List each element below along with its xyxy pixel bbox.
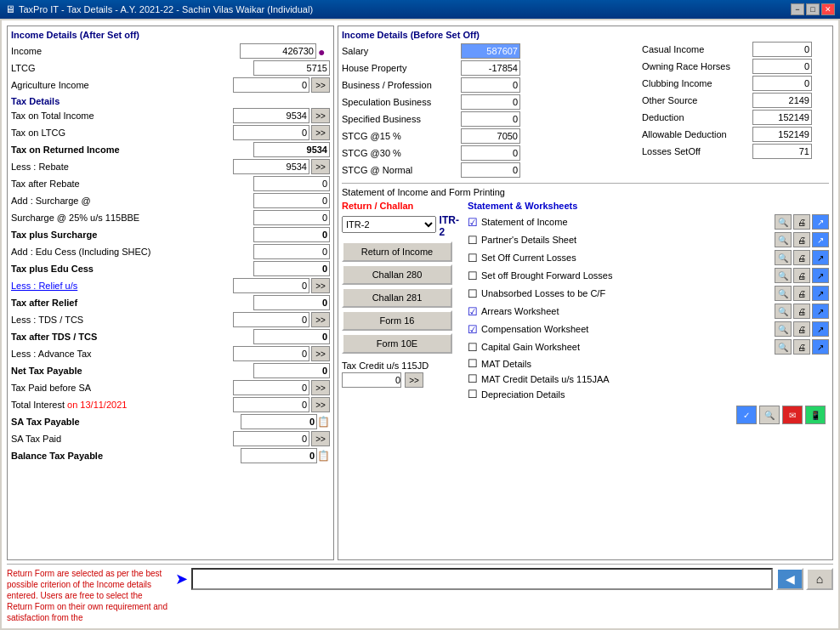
stcg-normal-input[interactable] xyxy=(461,162,520,178)
business-input[interactable] xyxy=(461,77,520,93)
tax-paid-sa-arrow-btn[interactable]: >> xyxy=(311,380,330,395)
race-horses-input[interactable] xyxy=(752,59,812,74)
casual-income-input[interactable] xyxy=(752,42,812,57)
minimize-button[interactable]: − xyxy=(791,3,804,15)
tds-arrow-btn[interactable]: >> xyxy=(311,312,330,327)
forward-arrow-icon[interactable]: ➤ xyxy=(175,570,188,588)
ws-mat-credit-label: MAT Credit Details u/s 115JAA xyxy=(481,374,829,384)
balance-tax-icon[interactable]: 📋 xyxy=(317,450,330,462)
ws-statement-income-view-btn[interactable]: 🔍 xyxy=(775,214,792,230)
maximize-button[interactable]: □ xyxy=(806,3,820,15)
tax-credit-arrow-btn[interactable]: >> xyxy=(405,372,423,388)
speculation-input[interactable] xyxy=(461,94,520,110)
ws-statement-income-print-btn[interactable]: 🖨 xyxy=(793,214,810,230)
ws-setoff-current-checkbox[interactable]: ☐ xyxy=(468,252,478,264)
ws-depreciation-checkbox[interactable]: ☐ xyxy=(468,388,478,400)
relief-input[interactable] xyxy=(233,278,309,293)
less-rebate-row: Less : Rebate >> xyxy=(11,159,330,174)
ws-brought-forward-view-btn[interactable]: 🔍 xyxy=(775,268,792,283)
ws-capital-gain-export-btn[interactable]: ↗ xyxy=(812,339,829,355)
less-rebate-arrow-btn[interactable]: >> xyxy=(311,159,330,174)
agriculture-arrow-button[interactable]: >> xyxy=(311,77,330,93)
ltcg-input[interactable] xyxy=(253,60,330,76)
tax-credit-input[interactable] xyxy=(342,372,401,388)
close-button[interactable]: ✕ xyxy=(821,3,835,15)
tds-input[interactable] xyxy=(233,312,309,327)
allowable-deduction-input[interactable] xyxy=(752,127,812,142)
ws-unabsorbed-view-btn[interactable]: 🔍 xyxy=(775,286,792,301)
less-rebate-input[interactable] xyxy=(233,159,309,174)
sa-tax-icon[interactable]: 📋 xyxy=(317,416,330,428)
total-interest-input[interactable] xyxy=(233,397,309,412)
ws-brought-forward-checkbox[interactable]: ☐ xyxy=(468,270,478,282)
back-navigation-button[interactable]: ◀ xyxy=(776,568,803,590)
ws-arrears-print-btn[interactable]: 🖨 xyxy=(793,304,810,319)
challan-280-button[interactable]: Challan 280 xyxy=(342,264,452,285)
ws-bottom-whatsapp-btn[interactable]: 📱 xyxy=(805,406,826,424)
ws-arrears-checkbox[interactable]: ☑ xyxy=(468,305,478,318)
deduction-input[interactable] xyxy=(752,110,812,125)
ws-statement-income-checkbox[interactable]: ☑ xyxy=(468,216,478,229)
ws-brought-forward-print-btn[interactable]: 🖨 xyxy=(793,268,810,283)
house-property-input[interactable] xyxy=(461,60,520,76)
salary-input[interactable] xyxy=(461,43,520,59)
income-input[interactable] xyxy=(240,43,316,59)
ws-partner-details-checkbox[interactable]: ☐ xyxy=(468,234,478,247)
bottom-input-area[interactable] xyxy=(191,568,773,590)
ws-setoff-current-view-btn[interactable]: 🔍 xyxy=(775,250,792,265)
ws-bottom-check-btn[interactable]: ✓ xyxy=(736,406,757,424)
tax-ltcg-input[interactable] xyxy=(233,125,309,140)
ws-compensation-print-btn[interactable]: 🖨 xyxy=(793,321,810,337)
home-navigation-button[interactable]: ⌂ xyxy=(806,568,833,590)
return-of-income-button[interactable]: Return of Income xyxy=(342,241,452,262)
relief-link[interactable]: Less : Relief u/s xyxy=(11,281,233,291)
ws-setoff-current-export-btn[interactable]: ↗ xyxy=(812,250,829,265)
tax-total-arrow-btn[interactable]: >> xyxy=(311,108,330,123)
itr-dropdown[interactable]: ITR-2 ITR-1 ITR-3 ITR-4 xyxy=(342,216,436,233)
ws-compensation-checkbox[interactable]: ☑ xyxy=(468,323,478,336)
advance-tax-input[interactable] xyxy=(233,346,309,361)
ws-mat-details-checkbox[interactable]: ☐ xyxy=(468,357,478,370)
specified-input[interactable] xyxy=(461,111,520,127)
other-source-input[interactable] xyxy=(752,93,812,108)
ws-compensation-label: Compensation Worksheet xyxy=(481,324,775,334)
stcg30-input[interactable] xyxy=(461,145,520,161)
ws-bottom-search-btn[interactable]: 🔍 xyxy=(759,406,780,424)
tax-paid-sa-input[interactable] xyxy=(233,380,309,395)
ws-unabsorbed-export-btn[interactable]: ↗ xyxy=(812,286,829,301)
ws-partner-export-btn[interactable]: ↗ xyxy=(812,232,829,247)
ws-unabsorbed-print-btn[interactable]: 🖨 xyxy=(793,286,810,301)
ws-bottom-mail-btn[interactable]: ✉ xyxy=(782,406,803,424)
ws-compensation-export-btn[interactable]: ↗ xyxy=(812,321,829,337)
ws-partner-print-btn[interactable]: 🖨 xyxy=(793,232,810,247)
total-interest-arrow-btn[interactable]: >> xyxy=(311,397,330,412)
tax-ltcg-arrow-btn[interactable]: >> xyxy=(311,125,330,140)
sa-tax-paid-arrow-btn[interactable]: >> xyxy=(311,431,330,446)
ws-capital-gain-view-btn[interactable]: 🔍 xyxy=(775,339,792,355)
tax-after-rebate-row: Tax after Rebate xyxy=(11,176,330,191)
relief-arrow-btn[interactable]: >> xyxy=(311,278,330,293)
ws-compensation-view-btn[interactable]: 🔍 xyxy=(775,321,792,337)
agriculture-input[interactable] xyxy=(233,77,309,93)
form-10e-button[interactable]: Form 10E xyxy=(342,333,452,354)
ws-unabsorbed-checkbox[interactable]: ☐ xyxy=(468,287,478,300)
advance-tax-arrow-btn[interactable]: >> xyxy=(311,346,330,361)
ws-statement-income-export-btn[interactable]: ↗ xyxy=(812,214,829,230)
ws-capital-gain-print-btn[interactable]: 🖨 xyxy=(793,339,810,355)
tax-total-input[interactable] xyxy=(233,108,309,123)
income-dot-button[interactable]: ● xyxy=(318,45,330,57)
ws-brought-forward-export-btn[interactable]: ↗ xyxy=(812,268,829,283)
ws-arrears-export-btn[interactable]: ↗ xyxy=(812,304,829,319)
sa-tax-paid-input[interactable] xyxy=(233,431,309,446)
ws-partner-view-btn[interactable]: 🔍 xyxy=(775,232,792,247)
stcg15-input[interactable] xyxy=(461,128,520,144)
clubbing-input[interactable] xyxy=(752,76,812,91)
ws-capital-gain-checkbox[interactable]: ☐ xyxy=(468,341,478,354)
form-16-button[interactable]: Form 16 xyxy=(342,310,452,331)
ws-arrears-view-btn[interactable]: 🔍 xyxy=(775,304,792,319)
salary-label: Salary xyxy=(342,46,461,56)
losses-setoff-input[interactable] xyxy=(752,144,812,159)
challan-281-button[interactable]: Challan 281 xyxy=(342,287,452,308)
ws-mat-credit-checkbox[interactable]: ☐ xyxy=(468,372,478,385)
ws-setoff-current-print-btn[interactable]: 🖨 xyxy=(793,250,810,265)
